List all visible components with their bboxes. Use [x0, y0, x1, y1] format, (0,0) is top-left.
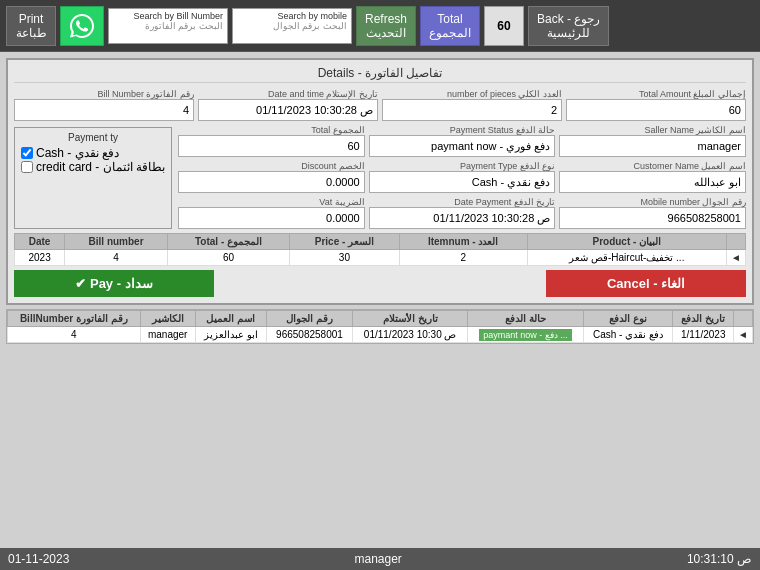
back-label: Back - رجوع — [537, 12, 600, 26]
bottom-col-payment-type: نوع الدفع — [583, 311, 673, 327]
cash-option: Cash - دفع نقدي — [21, 146, 165, 160]
print-button[interactable]: Print طباعة — [6, 6, 56, 46]
total-arabic: المجموع — [429, 26, 471, 40]
total-value-display: 60 — [484, 6, 524, 46]
search-mobile-arabic: البحث برقم الجوال — [237, 21, 347, 31]
search-mobile-field: Search by mobile البحث برقم الجوال — [232, 8, 352, 44]
col-product: Product - البيان — [527, 234, 727, 250]
bottom-col-mobile: رقم الجوال — [266, 311, 352, 327]
status-user: manager — [354, 552, 401, 566]
total-number: 60 — [497, 19, 510, 33]
back-arabic: للرئيسية — [547, 26, 590, 40]
saller-name-input[interactable] — [559, 135, 746, 157]
cell-mobile: 966508258001 — [266, 327, 352, 343]
whatsapp-icon — [70, 14, 94, 38]
cell-bill-number: 4 — [65, 250, 168, 266]
whatsapp-button[interactable] — [60, 6, 104, 46]
table-row[interactable]: 2023 4 60 30 2 قص شعر-Haircut-تخفيف ... … — [15, 250, 746, 266]
col-itemnum: Itemnum - العدد — [399, 234, 527, 250]
search-bill-input[interactable] — [113, 31, 223, 43]
date-payment-label: Date Payment تاريخ الدفع — [369, 197, 556, 207]
customer-name-input[interactable] — [559, 171, 746, 193]
search-mobile-label: Search by mobile — [237, 11, 347, 21]
mobile-number-label: Mobile number رقم الجوال — [559, 197, 746, 207]
cell-bill: 4 — [8, 327, 141, 343]
cancel-button[interactable]: Cancel - الغاء — [546, 270, 746, 297]
payment-type-label: Payment Type نوع الدفع — [369, 161, 556, 171]
saller-name-group: Saller Name اسم الكاشير — [559, 125, 746, 157]
col-price: Price - السعر — [290, 234, 400, 250]
mobile-number-input[interactable] — [559, 207, 746, 229]
cell-payment-status: paymant now - دفع ... — [468, 327, 583, 343]
cell-row-indicator: ◄ — [734, 327, 753, 343]
action-buttons: ✔ Pay - سداد Cancel - الغاء — [14, 270, 746, 297]
cell-total: 60 — [167, 250, 289, 266]
status-bar: 01-11-2023 manager ص 10:31:10 — [0, 548, 760, 570]
print-arabic: طباعة — [16, 26, 47, 40]
total-amount-input[interactable] — [566, 99, 746, 121]
discount-label: Discount الخصم — [178, 161, 365, 171]
payment-type-group: Payment Type نوع الدفع — [369, 161, 556, 193]
refresh-arabic: التحديث — [366, 26, 406, 40]
pay-button[interactable]: ✔ Pay - سداد — [14, 270, 214, 297]
payment-type-box: Payment ty Cash - دفع نقدي credit card -… — [14, 127, 172, 229]
vat-input[interactable] — [178, 207, 365, 229]
col-indicator — [727, 234, 746, 250]
back-button[interactable]: Back - رجوع للرئيسية — [528, 6, 609, 46]
details-panel: Details - تفاصيل الفاتورة Bill Number رق… — [6, 58, 754, 305]
customer-name-group: Customer Name اسم العميل — [559, 161, 746, 193]
date-time-label: Date and time تاريخ الإستلام — [198, 89, 378, 99]
num-pieces-input[interactable] — [382, 99, 562, 121]
discount-input[interactable] — [178, 171, 365, 193]
col-total: Total - المجموع — [167, 234, 289, 250]
credit-card-label: credit card - بطاقة ائتمان — [36, 160, 165, 174]
date-payment-group: Date Payment تاريخ الدفع — [369, 197, 556, 229]
search-bill-field: Search by Bill Number البحث برقم الفاتور… — [108, 8, 228, 44]
credit-card-checkbox[interactable] — [21, 161, 33, 173]
mobile-number-group: Mobile number رقم الجوال — [559, 197, 746, 229]
payment-type-input[interactable] — [369, 171, 556, 193]
date-time-group: Date and time تاريخ الإستلام — [198, 89, 378, 121]
search-bill-arabic: البحث برقم الفاتورة — [113, 21, 223, 31]
bottom-col-bill: BillNumber رقم الفاتورة — [8, 311, 141, 327]
col-bill-number: Bill number — [65, 234, 168, 250]
refresh-label: Refresh — [365, 12, 407, 26]
cell-product: قص شعر-Haircut-تخفيف ... — [527, 250, 727, 266]
date-time-input[interactable] — [198, 99, 378, 121]
total-input[interactable] — [178, 135, 365, 157]
print-label: Print — [19, 12, 44, 26]
cell-price: 30 — [290, 250, 400, 266]
total-amount-label: Total Amount إجمالي المبلغ — [566, 89, 746, 99]
cash-label: Cash - دفع نقدي — [36, 146, 119, 160]
bill-number-label: Bill Number رقم الفاتورة — [14, 89, 194, 99]
cell-itemnum: 2 — [399, 250, 527, 266]
payment-status-label: Payment Status حالة الدفع — [369, 125, 556, 135]
status-badge: paymant now - دفع ... — [479, 329, 572, 341]
num-pieces-label: number of pieces العدد الكلي — [382, 89, 562, 99]
cash-checkbox[interactable] — [21, 147, 33, 159]
total-amount-group: Total Amount إجمالي المبلغ — [566, 89, 746, 121]
cell-date-received: ص 10:30 01/11/2023 — [352, 327, 467, 343]
bottom-col-payment-status: حالة الدفع — [468, 311, 583, 327]
saller-name-label: Saller Name اسم الكاشير — [559, 125, 746, 135]
refresh-button[interactable]: Refresh التحديث — [356, 6, 416, 46]
details-table: Date Bill number Total - المجموع Price -… — [14, 233, 746, 266]
bottom-col-date-received: تاريخ الأستلام — [352, 311, 467, 327]
cell-customer: ابو عبدالعزيز — [195, 327, 266, 343]
bill-number-input[interactable] — [14, 99, 194, 121]
status-date: 01-11-2023 — [8, 552, 69, 566]
col-date: Date — [15, 234, 65, 250]
search-mobile-input[interactable] — [237, 31, 347, 43]
content-area: Details - تفاصيل الفاتورة Bill Number رق… — [0, 52, 760, 548]
vat-label: Vat الضريبة — [178, 197, 365, 207]
payment-status-input[interactable] — [369, 135, 556, 157]
bill-number-group: Bill Number رقم الفاتورة — [14, 89, 194, 121]
bottom-col-payment-date: تاريخ الدفع — [673, 311, 734, 327]
total-label: Total المجموع — [178, 125, 365, 135]
cell-payment-type: Cash - دفع نقدي — [583, 327, 673, 343]
date-payment-input[interactable] — [369, 207, 556, 229]
cell-date: 2023 — [15, 250, 65, 266]
toolbar: Print طباعة Search by Bill Number البحث … — [0, 0, 760, 52]
num-pieces-group: number of pieces العدد الكلي — [382, 89, 562, 121]
list-item[interactable]: 4 manager ابو عبدالعزيز 966508258001 ص 1… — [8, 327, 753, 343]
